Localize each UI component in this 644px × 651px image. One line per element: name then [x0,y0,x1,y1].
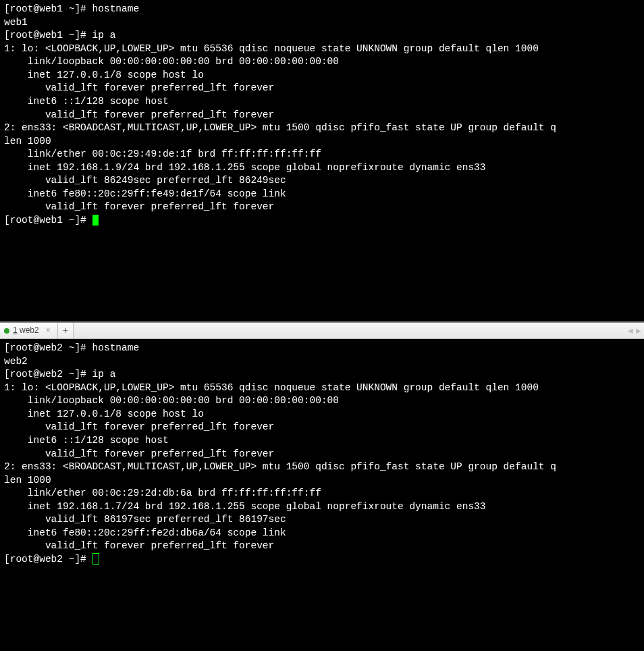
terminal-pane-web2[interactable]: [root@web2 ~]# hostnameweb2[root@web2 ~]… [0,339,644,651]
terminal-line: 1: lo: <LOOPBACK,UP,LOWER_UP> mtu 65536 … [4,382,640,395]
add-tab-button[interactable]: + [58,323,74,338]
terminal-line: [root@web1 ~]# ip a [4,29,640,43]
terminal-line: [root@web2 ~]# hostname [4,342,640,355]
cursor-icon [92,215,99,226]
terminal-line: len 1000 [4,135,640,149]
terminal-line: [root@web1 ~]# hostname [4,3,640,16]
terminal-line: inet 127.0.0.1/8 scope host lo [4,408,640,421]
terminal-line: valid_lft forever preferred_lft forever [4,540,640,553]
terminal-line: valid_lft forever preferred_lft forever [4,448,640,461]
split-terminal-window: [root@web1 ~]# hostnameweb1[root@web1 ~]… [0,0,644,651]
terminal-line: 1: lo: <LOOPBACK,UP,LOWER_UP> mtu 65536 … [4,43,640,56]
close-icon[interactable]: × [45,325,52,336]
tab-scroll-right-icon[interactable]: ▶ [636,326,641,336]
terminal-line: valid_lft forever preferred_lft forever [4,201,640,214]
terminal-pane-web1[interactable]: [root@web1 ~]# hostnameweb1[root@web1 ~]… [0,0,644,323]
status-indicator-icon [4,328,9,334]
tab-web2[interactable]: 1 web2 × [0,323,58,338]
terminal-line: link/loopback 00:00:00:00:00:00 brd 00:0… [4,394,640,408]
terminal-line: [root@web2 ~]# ip a [4,368,640,382]
terminal-line: inet6 ::1/128 scope host [4,434,640,448]
tab-scroll-left-icon[interactable]: ◀ [628,326,633,336]
terminal-line: web2 [4,355,640,369]
prompt-line[interactable]: [root@web1 ~]# [4,214,640,228]
terminal-line: inet6 ::1/128 scope host [4,95,640,109]
terminal-line: link/ether 00:0c:29:2d:db:6a brd ff:ff:f… [4,487,640,500]
terminal-line: link/ether 00:0c:29:49:de:1f brd ff:ff:f… [4,148,640,161]
terminal-line: inet6 fe80::20c:29ff:fe49:de1f/64 scope … [4,188,640,201]
session-tab-bar: 1 web2 × + ◀ ▶ [0,323,644,339]
terminal-line: link/loopback 00:00:00:00:00:00 brd 00:0… [4,55,640,69]
terminal-line: inet 127.0.0.1/8 scope host lo [4,69,640,82]
tab-label: 1 web2 [13,325,39,336]
terminal-line: valid_lft 86249sec preferred_lft 86249se… [4,174,640,188]
terminal-output-web2[interactable]: [root@web2 ~]# hostnameweb2[root@web2 ~]… [0,339,644,569]
terminal-output-web1[interactable]: [root@web1 ~]# hostnameweb1[root@web1 ~]… [0,0,644,230]
terminal-line: web1 [4,16,640,30]
terminal-line: inet 192.168.1.9/24 brd 192.168.1.255 sc… [4,161,640,175]
terminal-line: valid_lft 86197sec preferred_lft 86197se… [4,513,640,527]
terminal-line: valid_lft forever preferred_lft forever [4,421,640,434]
terminal-line: len 1000 [4,474,640,488]
terminal-line: 2: ens33: <BROADCAST,MULTICAST,UP,LOWER_… [4,461,640,474]
terminal-line: inet6 fe80::20c:29ff:fe2d:db6a/64 scope … [4,527,640,540]
cursor-icon [92,553,99,565]
prompt-line[interactable]: [root@web2 ~]# [4,553,640,567]
terminal-line: inet 192.168.1.7/24 brd 192.168.1.255 sc… [4,500,640,514]
terminal-line: valid_lft forever preferred_lft forever [4,82,640,95]
terminal-line: 2: ens33: <BROADCAST,MULTICAST,UP,LOWER_… [4,122,640,135]
terminal-line: valid_lft forever preferred_lft forever [4,109,640,122]
tab-scroll-controls: ◀ ▶ [628,323,641,338]
